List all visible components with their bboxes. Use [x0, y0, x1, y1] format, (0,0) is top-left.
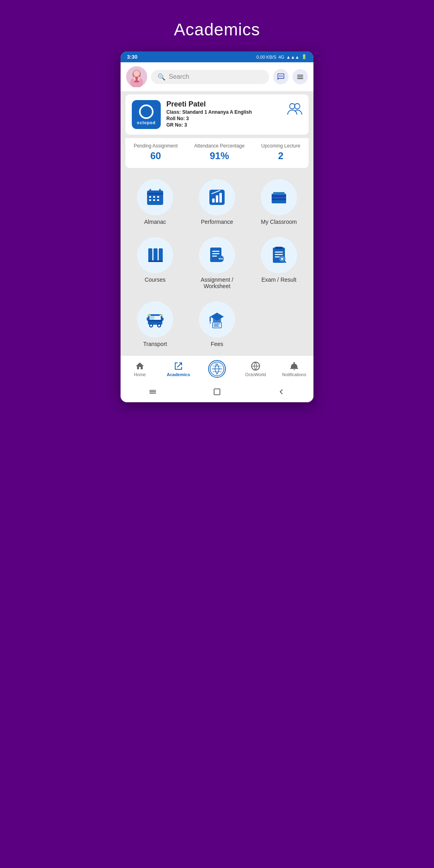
menu-item-exam-result[interactable]: Exam / Result: [249, 232, 309, 294]
svg-rect-30: [272, 195, 286, 197]
nav-notifications-label: Notifications: [282, 372, 306, 377]
status-bar: 3:30 0.00 KB/S 4G ▲▲▲ 🔋: [121, 51, 313, 62]
nav-octoworld[interactable]: OctoWorld: [244, 361, 268, 377]
student-roll: Roll No: 3: [166, 116, 252, 121]
stats-row: Pending Assignment 60 Attendance Percent…: [125, 138, 309, 168]
stat-lecture-value: 2: [278, 150, 283, 162]
performance-label: Performance: [201, 219, 233, 225]
octopod-logo: octopod: [132, 100, 161, 129]
search-icon: 🔍: [158, 73, 166, 81]
my-classroom-icon-circle: [261, 179, 297, 215]
profile-info: Preeti Patel Class: Standard 1 Annanya A…: [166, 100, 252, 128]
svg-rect-27: [216, 195, 218, 203]
avatar[interactable]: [126, 66, 147, 87]
nav-octoworld-center[interactable]: [205, 360, 229, 378]
svg-rect-82: [214, 389, 220, 395]
family-icon[interactable]: [287, 102, 302, 117]
signal-icon: ▲▲▲: [286, 55, 299, 59]
svg-point-9: [282, 76, 283, 77]
exam-result-label: Exam / Result: [261, 276, 296, 283]
stat-attendance-label: Attendance Percentage: [194, 143, 244, 149]
svg-rect-21: [157, 196, 159, 198]
home-icon: [135, 361, 145, 371]
svg-rect-37: [159, 248, 163, 262]
stat-pending-label: Pending Assignment: [134, 143, 178, 149]
assignment-icon-circle: [199, 237, 235, 273]
nav-academics[interactable]: Academics: [166, 361, 190, 377]
transport-icon-circle: [137, 301, 173, 338]
stat-attendance-value: 91%: [210, 150, 229, 162]
academics-icon: [174, 361, 183, 371]
nav-notifications[interactable]: Notifications: [282, 361, 306, 377]
android-back-btn[interactable]: [276, 386, 287, 397]
menu-item-my-classroom[interactable]: My Classroom: [249, 174, 309, 230]
menu-item-assignment-worksheet[interactable]: Assignment / Worksheet: [187, 232, 247, 294]
svg-rect-71: [214, 326, 219, 327]
svg-point-3: [133, 70, 140, 77]
svg-point-7: [280, 76, 282, 77]
menu-item-performance[interactable]: Performance: [187, 174, 247, 230]
svg-rect-63: [147, 317, 148, 321]
menu-item-courses[interactable]: Courses: [125, 232, 185, 294]
svg-rect-48: [275, 247, 283, 249]
page-title: Academics: [174, 20, 260, 39]
nav-octoworld-label: OctoWorld: [245, 372, 266, 377]
svg-rect-32: [272, 199, 286, 200]
performance-icon-circle: [199, 179, 235, 215]
svg-rect-49: [275, 252, 283, 253]
fees-icon-circle: [199, 301, 235, 338]
svg-rect-35: [148, 248, 152, 262]
phone-frame: 3:30 0.00 KB/S 4G ▲▲▲ 🔋: [121, 51, 313, 402]
svg-rect-22: [149, 199, 151, 201]
svg-rect-62: [148, 320, 162, 321]
menu-grid: Almanac Performance: [121, 171, 313, 355]
svg-rect-80: [149, 391, 156, 392]
menu-item-fees[interactable]: Fees: [187, 297, 247, 352]
svg-rect-69: [214, 323, 220, 324]
svg-rect-26: [212, 199, 215, 203]
menu-item-almanac[interactable]: Almanac: [125, 174, 185, 230]
almanac-icon-circle: [137, 179, 173, 215]
svg-point-61: [158, 325, 160, 327]
svg-rect-20: [153, 196, 155, 198]
search-bar[interactable]: 🔍 Search: [151, 70, 269, 84]
almanac-label: Almanac: [144, 219, 166, 225]
svg-rect-50: [275, 254, 283, 255]
notifications-icon: [289, 361, 299, 371]
top-bar-icons: [273, 69, 308, 84]
fees-label: Fees: [211, 341, 223, 347]
network-type: 4G: [278, 55, 285, 59]
bottom-nav: Home Academics: [121, 355, 313, 381]
stat-upcoming-lecture: Upcoming Lecture 2: [261, 143, 300, 162]
svg-rect-33: [272, 200, 286, 202]
svg-rect-38: [148, 260, 163, 262]
svg-rect-41: [212, 253, 219, 254]
student-class: Class: Standard 1 Annanya A English: [166, 109, 252, 115]
courses-icon-circle: [137, 237, 173, 273]
svg-rect-23: [153, 199, 155, 201]
top-bar: 🔍 Search: [121, 62, 313, 91]
status-time: 3:30: [127, 54, 137, 60]
svg-rect-79: [149, 390, 156, 391]
android-menu-btn[interactable]: [147, 386, 158, 397]
svg-rect-31: [272, 197, 286, 199]
stat-lecture-label: Upcoming Lecture: [261, 143, 300, 149]
octoworld-icon: [251, 361, 260, 371]
svg-rect-40: [212, 251, 219, 252]
svg-rect-18: [159, 189, 161, 193]
transport-label: Transport: [143, 341, 167, 347]
student-name: Preeti Patel: [166, 100, 252, 108]
menu-item-transport[interactable]: Transport: [125, 297, 185, 352]
svg-rect-70: [214, 325, 219, 326]
android-home-btn[interactable]: [211, 386, 223, 397]
nav-home[interactable]: Home: [128, 361, 152, 377]
battery-icon: 🔋: [301, 54, 307, 59]
menu-icon-button[interactable]: [293, 69, 308, 84]
octopod-text: octopod: [137, 121, 156, 125]
chat-icon-button[interactable]: [273, 69, 289, 84]
svg-rect-28: [219, 193, 222, 203]
octopod-ring: [139, 104, 154, 119]
network-speed: 0.00 KB/S: [256, 55, 276, 59]
svg-rect-34: [273, 192, 285, 194]
svg-rect-24: [157, 199, 159, 201]
